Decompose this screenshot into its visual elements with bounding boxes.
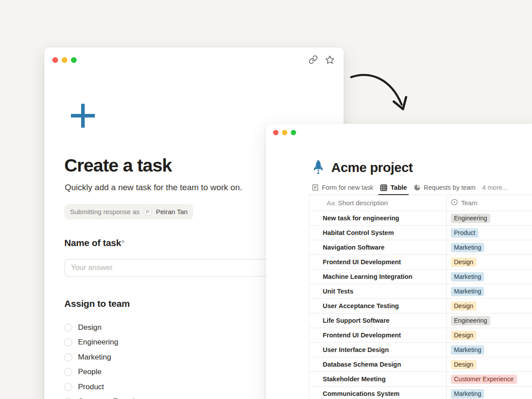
- table-row[interactable]: User Interface Design Marketing: [309, 343, 532, 357]
- table-icon: [380, 184, 387, 192]
- team-option[interactable]: Customer Experience: [64, 395, 150, 399]
- cell-team[interactable]: Design: [446, 331, 477, 340]
- table-row[interactable]: Frontend UI Development Design: [309, 255, 532, 270]
- close-window-button[interactable]: [52, 57, 58, 63]
- team-tag[interactable]: Marketing: [451, 287, 484, 296]
- radio-button-icon[interactable]: [64, 368, 72, 376]
- cell-team[interactable]: Engineering: [446, 316, 490, 325]
- table-row[interactable]: Life Support Software Engineering: [309, 313, 532, 328]
- cell-short-description[interactable]: Frontend UI Development: [309, 258, 446, 266]
- table-row[interactable]: Machine Learning Integration Marketing: [309, 270, 532, 284]
- zoom-window-button[interactable]: [291, 130, 296, 135]
- team-option[interactable]: Marketing: [64, 350, 150, 365]
- cell-team[interactable]: Design: [446, 301, 477, 311]
- radio-button-icon[interactable]: [64, 338, 72, 346]
- window-controls: [273, 130, 296, 135]
- cell-team[interactable]: Design: [446, 360, 477, 369]
- table-row[interactable]: Navigation Software Marketing: [309, 240, 532, 255]
- table-row[interactable]: Habitat Control System Product: [309, 226, 532, 240]
- desktop-background: Create a task Quickly add a new task for…: [0, 0, 532, 399]
- cell-short-description[interactable]: Frontend UI Development: [309, 332, 446, 339]
- team-option-label: Customer Experience: [78, 397, 150, 399]
- column-header-team[interactable]: Team: [446, 199, 477, 207]
- minimize-window-button[interactable]: [282, 130, 287, 135]
- user-name: Peiran Tan: [156, 208, 188, 215]
- submitting-as-label: Submitting response as: [70, 208, 140, 215]
- table-row[interactable]: Frontend UI Development Design: [309, 328, 532, 343]
- cell-short-description[interactable]: Life Support Software: [309, 317, 446, 324]
- table-row[interactable]: Database Schema Design Design: [309, 357, 532, 372]
- cell-team[interactable]: Marketing: [446, 345, 484, 355]
- plus-icon: [70, 103, 96, 130]
- cell-short-description[interactable]: User Interface Design: [309, 346, 446, 353]
- cell-team[interactable]: Product: [446, 228, 478, 238]
- column-header-short-description[interactable]: Aa Short description: [309, 199, 446, 207]
- table-row[interactable]: Stakeholder Meeting Customer Experience: [309, 372, 532, 387]
- cell-short-description[interactable]: User Acceptance Testing: [309, 302, 446, 309]
- table-row[interactable]: New task for engineering Engineering: [309, 211, 532, 226]
- cell-short-description[interactable]: Communications System: [309, 390, 446, 397]
- tab-table[interactable]: Table: [380, 180, 407, 195]
- cell-short-description[interactable]: Unit Tests: [309, 288, 446, 295]
- cell-short-description[interactable]: Habitat Control System: [309, 229, 446, 236]
- view-tabs: Form for new task Table: [309, 180, 532, 195]
- team-option-label: Product: [78, 383, 104, 391]
- cell-short-description[interactable]: Stakeholder Meeting: [309, 376, 446, 383]
- cell-short-description[interactable]: Database Schema Design: [309, 361, 446, 368]
- column-header-label: Short description: [338, 199, 388, 207]
- team-option[interactable]: Design: [64, 320, 150, 335]
- team-tag[interactable]: Design: [451, 331, 477, 340]
- cell-team[interactable]: Marketing: [446, 272, 484, 282]
- team-tag[interactable]: Product: [451, 228, 478, 238]
- tab-form-for-new-task[interactable]: Form for new task: [312, 180, 373, 195]
- team-tag[interactable]: Engineering: [451, 316, 490, 325]
- team-tag[interactable]: Customer Experience: [451, 375, 517, 384]
- cell-team[interactable]: Marketing: [446, 287, 484, 296]
- radio-button-icon[interactable]: [64, 324, 72, 332]
- team-tag[interactable]: Design: [451, 258, 477, 267]
- team-tag[interactable]: Marketing: [451, 345, 484, 355]
- team-option-label: Design: [78, 323, 102, 332]
- column-header-label: Team: [461, 199, 477, 207]
- table-header-row: Aa Short description Team: [309, 195, 532, 211]
- cell-team[interactable]: Marketing: [446, 243, 484, 252]
- table-row[interactable]: Communications System Marketing: [309, 387, 532, 399]
- form-title: Create a task: [64, 155, 172, 176]
- cell-team[interactable]: Engineering: [446, 214, 490, 223]
- team-option[interactable]: Product: [64, 379, 150, 395]
- acme-project-window: Acme project Form for new task: [266, 124, 532, 399]
- tab-label: Form for new task: [322, 184, 373, 191]
- cell-short-description[interactable]: Navigation Software: [309, 244, 446, 251]
- cell-short-description[interactable]: New task for engineering: [309, 215, 446, 222]
- table-row[interactable]: Unit Tests Marketing: [309, 284, 532, 299]
- team-option[interactable]: People: [64, 365, 150, 380]
- minimize-window-button[interactable]: [62, 57, 67, 63]
- cell-team[interactable]: Customer Experience: [446, 375, 517, 384]
- team-option[interactable]: Engineering: [64, 335, 150, 350]
- tab-label: 4 more...: [482, 184, 508, 191]
- pie-chart-icon: [414, 184, 421, 191]
- close-window-button[interactable]: [273, 130, 278, 135]
- team-tag[interactable]: Design: [451, 360, 477, 369]
- favorite-star-icon[interactable]: [325, 55, 335, 65]
- team-tag[interactable]: Marketing: [451, 389, 484, 399]
- team-tag[interactable]: Design: [451, 301, 477, 311]
- copy-link-icon[interactable]: [309, 55, 318, 64]
- table-row[interactable]: User Acceptance Testing Design: [309, 299, 532, 313]
- curved-arrow-annotation: [345, 63, 416, 121]
- user-avatar: P: [144, 207, 152, 216]
- team-tag[interactable]: Marketing: [451, 272, 484, 282]
- team-tag[interactable]: Engineering: [451, 214, 490, 223]
- radio-button-icon[interactable]: [64, 383, 72, 391]
- cell-team[interactable]: Marketing: [446, 389, 484, 399]
- tab-requests-by-team[interactable]: Requests by team: [414, 180, 476, 195]
- zoom-window-button[interactable]: [71, 57, 77, 63]
- tab-label: Table: [391, 184, 407, 191]
- form-subtitle: Quickly add a new task for the team to w…: [65, 183, 242, 192]
- radio-button-icon[interactable]: [64, 353, 72, 361]
- team-tag[interactable]: Marketing: [451, 243, 484, 252]
- tab-more-views[interactable]: 4 more...: [482, 180, 508, 195]
- cell-team[interactable]: Design: [446, 258, 477, 267]
- cell-short-description[interactable]: Machine Learning Integration: [309, 273, 446, 280]
- team-option-label: Engineering: [78, 338, 118, 347]
